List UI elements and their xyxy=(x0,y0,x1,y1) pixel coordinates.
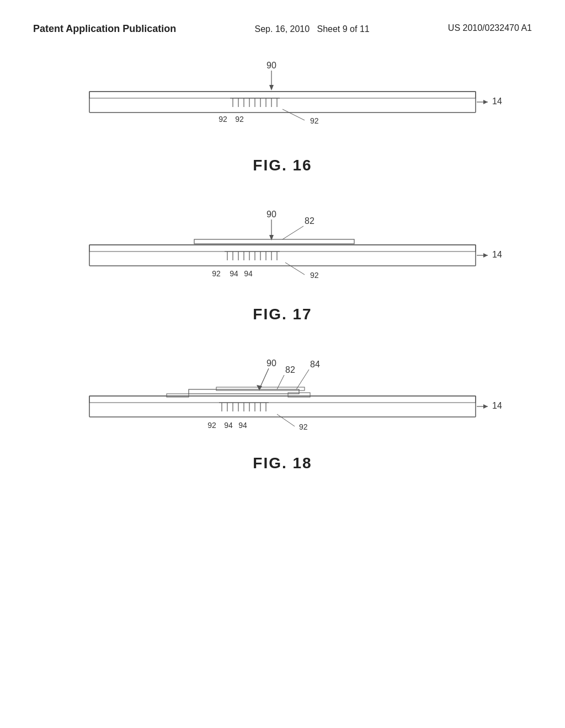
fig16-label: FIG. 16 xyxy=(253,157,312,174)
svg-rect-43 xyxy=(89,396,476,417)
label-82-fig17: 82 xyxy=(305,216,315,226)
label-92b-fig17: 92 xyxy=(310,271,319,280)
label-94b-fig17: 94 xyxy=(244,269,253,278)
svg-marker-35 xyxy=(483,253,488,258)
label-90-fig17: 90 xyxy=(266,210,276,219)
label-94b-fig18: 94 xyxy=(238,421,247,430)
sheet-info: Sheet 9 of 11 xyxy=(317,24,370,34)
label-94a-fig17: 94 xyxy=(230,269,238,278)
label-92c-fig16: 92 xyxy=(310,116,319,125)
svg-rect-45 xyxy=(167,394,189,397)
svg-line-40 xyxy=(296,370,309,389)
publication-date: Sep. 16, 2010 xyxy=(255,24,310,34)
label-90-fig16: 90 xyxy=(266,61,276,70)
figure-17-block: 90 82 xyxy=(33,207,532,323)
svg-marker-58 xyxy=(483,404,488,409)
page-header: Patent Application Publication Sep. 16, … xyxy=(0,0,565,47)
label-92a-fig16: 92 xyxy=(218,115,227,124)
figure-16-block: 90 xyxy=(33,58,532,174)
svg-rect-44 xyxy=(89,396,476,403)
svg-line-36 xyxy=(285,263,305,275)
label-92b-fig16: 92 xyxy=(235,115,244,124)
label-14-fig17: 14 xyxy=(492,250,502,259)
figure-18-diagram: 90 82 84 xyxy=(56,356,509,445)
svg-rect-3 xyxy=(89,92,476,98)
label-90-fig18: 90 xyxy=(266,358,276,368)
label-84-fig18: 84 xyxy=(310,360,320,369)
svg-rect-22 xyxy=(89,245,476,251)
svg-rect-20 xyxy=(194,239,354,244)
svg-line-16 xyxy=(282,109,305,120)
svg-line-37 xyxy=(260,368,269,387)
svg-line-19 xyxy=(282,226,303,239)
label-92a-fig17: 92 xyxy=(212,269,221,278)
label-14-fig16: 14 xyxy=(492,97,502,106)
svg-marker-1 xyxy=(269,85,274,90)
figure-17-diagram: 90 82 xyxy=(56,207,509,296)
figure-18-block: 90 82 84 xyxy=(33,356,532,472)
label-94a-fig18: 94 xyxy=(224,421,233,430)
svg-rect-21 xyxy=(89,245,476,266)
svg-marker-15 xyxy=(483,100,488,104)
svg-line-59 xyxy=(277,414,295,426)
svg-rect-41 xyxy=(189,389,299,394)
header-center: Sep. 16, 2010 Sheet 9 of 11 xyxy=(255,22,370,36)
fig17-label: FIG. 17 xyxy=(253,306,312,323)
content-area: 90 xyxy=(0,47,565,483)
patent-number: US 2010/0232470 A1 xyxy=(448,22,532,34)
label-92a-fig18: 92 xyxy=(207,421,216,430)
publication-label: Patent Application Publication xyxy=(33,22,176,36)
figure-16-diagram: 90 xyxy=(56,58,509,147)
label-92b-fig18: 92 xyxy=(299,422,308,431)
label-82-fig18: 82 xyxy=(285,365,295,374)
label-14-fig18: 14 xyxy=(492,401,502,410)
